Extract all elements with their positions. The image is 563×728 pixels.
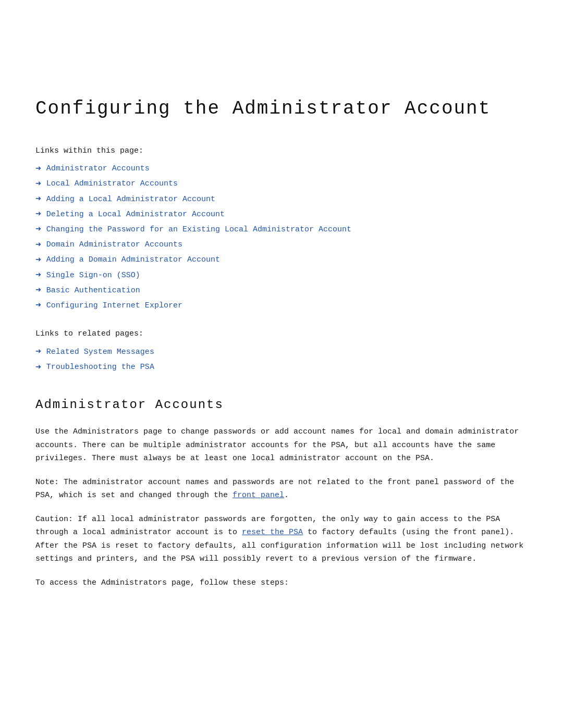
links-related-label: Links to related pages: — [35, 328, 528, 340]
arrow-icon: ➜ — [35, 284, 41, 297]
link-related-messages[interactable]: Related System Messages — [46, 346, 154, 359]
arrow-icon: ➜ — [35, 178, 41, 191]
list-item: ➜ Troubleshooting the PSA — [35, 361, 528, 374]
admin-accounts-section: Administrator Accounts Use the Administr… — [35, 395, 528, 589]
arrow-icon: ➜ — [35, 223, 41, 236]
admin-accounts-para3: Caution: If all local administrator pass… — [35, 513, 528, 566]
list-item: ➜ Changing the Password for an Existing … — [35, 223, 528, 236]
list-item: ➜ Administrator Accounts — [35, 163, 528, 176]
arrow-icon: ➜ — [35, 361, 41, 374]
admin-accounts-para2: Note: The administrator account names an… — [35, 476, 528, 502]
arrow-icon: ➜ — [35, 208, 41, 221]
link-adding-local[interactable]: Adding a Local Administrator Account — [46, 193, 215, 206]
list-item: ➜ Domain Administrator Accounts — [35, 239, 528, 252]
list-item: ➜ Related System Messages — [35, 346, 528, 359]
list-item: ➜ Adding a Local Administrator Account — [35, 193, 528, 206]
link-sso[interactable]: Single Sign-on (SSO) — [46, 269, 140, 282]
links-within-label: Links within this page: — [35, 145, 528, 157]
links-within-section: Links within this page: ➜ Administrator … — [35, 145, 528, 313]
link-basic-auth[interactable]: Basic Authentication — [46, 285, 140, 297]
arrow-icon: ➜ — [35, 239, 41, 252]
link-admin-accounts[interactable]: Administrator Accounts — [46, 163, 150, 175]
page-title: Configuring the Administrator Account — [35, 94, 528, 124]
link-local-admin[interactable]: Local Administrator Accounts — [46, 178, 178, 190]
link-domain-admin[interactable]: Domain Administrator Accounts — [46, 239, 182, 251]
links-related-section: Links to related pages: ➜ Related System… — [35, 328, 528, 374]
list-item: ➜ Basic Authentication — [35, 284, 528, 297]
arrow-icon: ➜ — [35, 346, 41, 359]
arrow-icon: ➜ — [35, 299, 41, 312]
link-adding-domain[interactable]: Adding a Domain Administrator Account — [46, 254, 220, 266]
admin-accounts-para4: To access the Administrators page, follo… — [35, 576, 528, 590]
list-item: ➜ Local Administrator Accounts — [35, 178, 528, 191]
list-item: ➜ Adding a Domain Administrator Account — [35, 254, 528, 267]
admin-accounts-heading: Administrator Accounts — [35, 395, 528, 415]
arrow-icon: ➜ — [35, 163, 41, 176]
arrow-icon: ➜ — [35, 254, 41, 267]
para2-suffix: . — [284, 491, 289, 500]
list-item: ➜ Configuring Internet Explorer — [35, 299, 528, 312]
arrow-icon: ➜ — [35, 193, 41, 206]
list-item: ➜ Deleting a Local Administrator Account — [35, 208, 528, 221]
link-troubleshooting[interactable]: Troubleshooting the PSA — [46, 361, 154, 374]
admin-accounts-para1: Use the Administrators page to change pa… — [35, 425, 528, 465]
link-changing-password[interactable]: Changing the Password for an Existing Lo… — [46, 224, 351, 236]
front-panel-link[interactable]: front panel — [232, 491, 284, 500]
link-ie-config[interactable]: Configuring Internet Explorer — [46, 300, 182, 312]
reset-psa-link[interactable]: reset the PSA — [242, 528, 303, 537]
arrow-icon: ➜ — [35, 269, 41, 282]
link-deleting-local[interactable]: Deleting a Local Administrator Account — [46, 208, 225, 221]
list-item: ➜ Single Sign-on (SSO) — [35, 269, 528, 282]
